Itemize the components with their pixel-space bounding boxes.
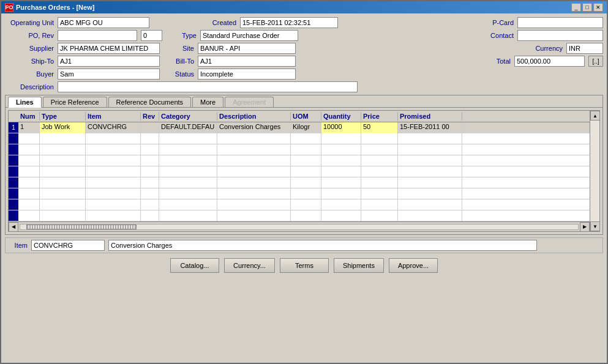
table-row-empty-7[interactable]	[9, 199, 590, 210]
cell-price[interactable]: 50	[361, 122, 398, 133]
main-content: Operating Unit Created P-Card PO, Rev Ty…	[1, 13, 607, 363]
cell-promised[interactable]: 15-FEB-2011 00	[398, 122, 462, 133]
tab-price-reference[interactable]: Price Reference	[43, 97, 107, 107]
bottom-buttons: Catalog... Currency... Terms Shipments A…	[5, 256, 603, 275]
type-input[interactable]	[200, 30, 298, 41]
table-row-empty-2[interactable]	[9, 144, 590, 155]
currency-label: Currency	[529, 45, 563, 52]
approve-button[interactable]: Approve...	[389, 258, 438, 273]
form-section: Operating Unit Created P-Card PO, Rev Ty…	[5, 17, 603, 92]
pcard-label: P-Card	[483, 19, 514, 26]
cell-rev[interactable]	[141, 122, 159, 133]
table-row-empty-6[interactable]	[9, 188, 590, 199]
total-expand-button[interactable]: [..]	[588, 56, 603, 67]
supplier-label: Supplier	[5, 45, 54, 52]
terms-button[interactable]: Terms	[280, 258, 329, 273]
table-row-empty-4[interactable]	[9, 166, 590, 177]
tabs-header: Lines Price Reference Reference Document…	[6, 95, 602, 108]
title-controls: _ □ ✕	[571, 3, 603, 12]
vertical-scrollbar[interactable]: ▲ ▼	[590, 111, 599, 231]
tab-lines[interactable]: Lines	[8, 97, 42, 108]
col-uom: UOM	[291, 112, 321, 121]
description-label: Description	[5, 83, 54, 91]
cell-uom[interactable]: Kilogr	[291, 122, 321, 133]
table-container: Num Type Item Rev Category Description U…	[6, 108, 602, 234]
form-row-4: Ship-To Bill-To Total [..]	[5, 56, 603, 67]
table-inner: Num Type Item Rev Category Description U…	[9, 111, 590, 231]
table-with-scrollbar: Num Type Item Rev Category Description U…	[8, 110, 600, 232]
site-input[interactable]	[198, 43, 296, 54]
table-row-empty-1[interactable]	[9, 133, 590, 144]
po-rev-num	[141, 30, 162, 41]
buyer-input[interactable]	[58, 69, 160, 80]
catalog-button[interactable]: Catalog...	[170, 258, 219, 273]
close-button[interactable]: ✕	[593, 3, 603, 12]
hscroll-right-button[interactable]: ▶	[580, 222, 590, 232]
col-num: Num	[18, 112, 40, 121]
vscroll-track[interactable]	[590, 121, 599, 221]
shipments-button[interactable]: Shipments	[334, 258, 384, 273]
title-bar-left: PO Purchase Orders - [New]	[5, 3, 94, 12]
item-label: Item	[9, 242, 28, 249]
hscroll-track[interactable]	[20, 224, 579, 230]
table-row-empty-5[interactable]	[9, 177, 590, 188]
vscroll-down-button[interactable]: ▼	[590, 221, 600, 231]
cell-type[interactable]: Job Work	[40, 122, 86, 133]
total-label: Total	[477, 58, 511, 65]
item-desc-input[interactable]	[108, 240, 537, 251]
horizontal-scrollbar[interactable]: ◀ ▶	[9, 221, 590, 231]
currency-input[interactable]	[566, 43, 603, 54]
col-type: Type	[40, 112, 86, 121]
col-description: Description	[217, 112, 291, 121]
po-rev-input[interactable]	[58, 30, 137, 41]
item-input[interactable]	[31, 240, 105, 251]
col-promised: Promised	[398, 112, 462, 121]
cell-category[interactable]: DEFAULT.DEFAU	[159, 122, 217, 133]
description-input[interactable]	[58, 81, 358, 92]
form-row-2: PO, Rev Type Contact	[5, 30, 603, 41]
created-input	[240, 17, 338, 28]
tabs-container: Lines Price Reference Reference Document…	[5, 95, 603, 235]
status-label: Status	[163, 70, 194, 78]
table-row-empty-3[interactable]	[9, 155, 590, 166]
col-price: Price	[361, 112, 398, 121]
bill-to-label: Bill-To	[163, 58, 194, 65]
table-row[interactable]: 1 1 Job Work CONVCHRG DEFAULT.DEFAU Conv…	[9, 122, 590, 133]
row-indicator: 1	[9, 122, 18, 133]
app-icon: PO	[5, 3, 13, 12]
currency-button[interactable]: Currency...	[224, 258, 275, 273]
tab-agreement: Agreement	[225, 97, 274, 107]
operating-unit-input[interactable]	[58, 17, 149, 28]
hscroll-thumb[interactable]	[26, 225, 137, 229]
cell-quantity[interactable]: 10000	[321, 122, 361, 133]
form-row-6: Description	[5, 81, 603, 92]
tab-more[interactable]: More	[192, 97, 223, 107]
window-title: Purchase Orders - [New]	[16, 4, 94, 11]
table-row-empty-8[interactable]	[9, 210, 590, 221]
created-label: Created	[206, 19, 236, 26]
cell-num[interactable]: 1	[18, 122, 40, 133]
bill-to-input[interactable]	[198, 56, 296, 67]
ship-to-input[interactable]	[58, 56, 160, 67]
buyer-label: Buyer	[5, 70, 54, 78]
po-rev-label: PO, Rev	[5, 32, 54, 39]
maximize-button[interactable]: □	[582, 3, 592, 12]
form-row-5: Buyer Status	[5, 69, 603, 80]
tab-reference-documents[interactable]: Reference Documents	[108, 97, 191, 107]
minimize-button[interactable]: _	[571, 3, 581, 12]
pcard-input[interactable]	[517, 17, 603, 28]
col-item: Item	[86, 112, 141, 121]
bottom-item-bar: Item	[5, 237, 603, 253]
contact-label: Contact	[483, 32, 514, 39]
vscroll-up-button[interactable]: ▲	[590, 111, 600, 121]
contact-input[interactable]	[517, 30, 603, 41]
ship-to-label: Ship-To	[5, 58, 54, 65]
main-window: PO Purchase Orders - [New] _ □ ✕ Operati…	[0, 0, 608, 364]
supplier-input[interactable]	[58, 43, 160, 54]
cell-description[interactable]: Conversion Charges	[217, 122, 291, 133]
cell-item[interactable]: CONVCHRG	[86, 122, 141, 133]
site-label: Site	[163, 45, 194, 52]
hscroll-left-button[interactable]: ◀	[9, 222, 18, 232]
form-row-3: Supplier Site Currency	[5, 43, 603, 54]
col-category: Category	[159, 112, 217, 121]
